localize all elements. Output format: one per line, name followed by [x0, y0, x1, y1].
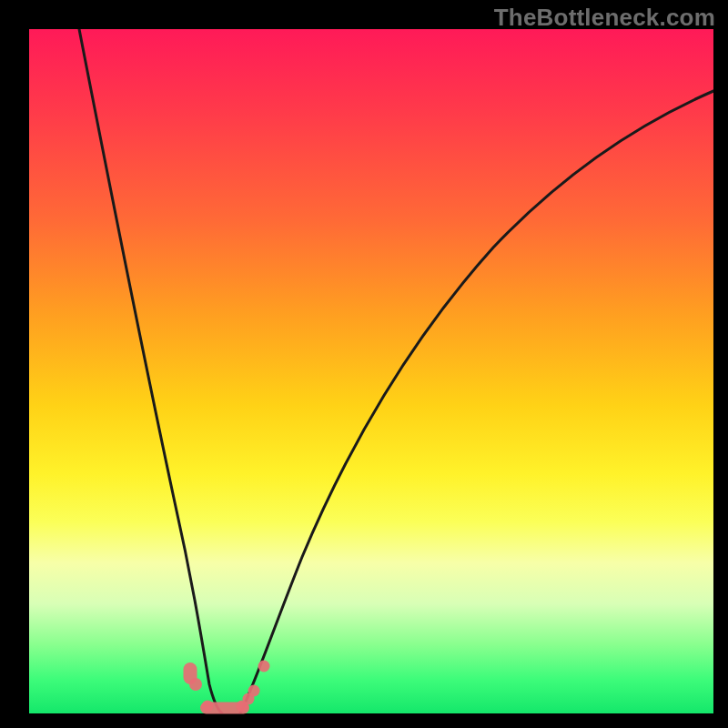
marker-dot-6 — [258, 661, 270, 672]
watermark-text: TheBottleneck.com — [494, 4, 715, 32]
bottleneck-curve — [29, 29, 713, 713]
marker-dot-2 — [202, 701, 214, 713]
curve-right — [240, 91, 713, 713]
marker-dot-5 — [248, 685, 260, 697]
plot-area — [29, 29, 713, 713]
marker-dot-1 — [189, 678, 202, 691]
curve-left — [79, 29, 222, 713]
chart-frame: TheBottleneck.com — [0, 0, 728, 728]
